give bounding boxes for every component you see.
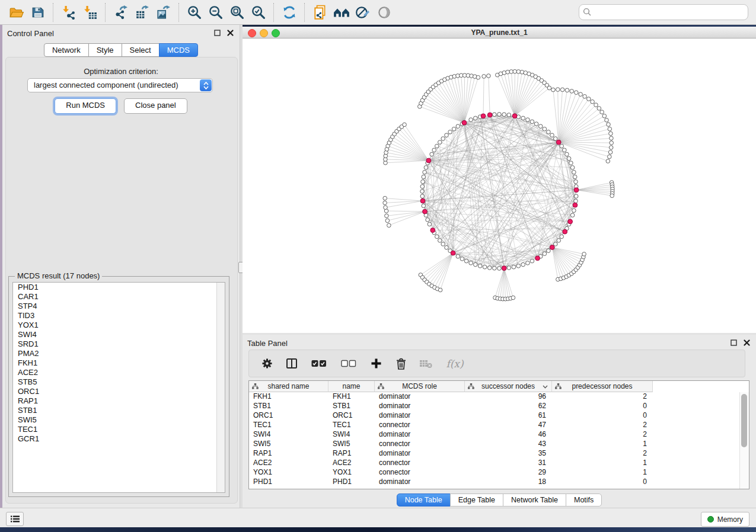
network-node[interactable] — [422, 175, 426, 179]
network-node[interactable] — [445, 133, 449, 137]
close-panel-button[interactable]: Close panel — [124, 98, 187, 114]
table-cell[interactable]: dominator — [375, 411, 465, 421]
network-node[interactable] — [422, 204, 426, 208]
control-tab-select[interactable]: Select — [122, 43, 160, 57]
table-row[interactable]: YOX1YOX1connector291 — [249, 468, 740, 477]
network-node[interactable] — [569, 161, 573, 165]
mcds-hub-node[interactable] — [573, 203, 578, 207]
network-node[interactable] — [483, 265, 487, 269]
mcds-hub-node[interactable] — [535, 256, 540, 261]
mcds-result-item[interactable]: ORC1 — [13, 387, 225, 396]
network-leaf-node[interactable] — [583, 95, 587, 99]
network-node[interactable] — [574, 199, 578, 203]
mcds-result-item[interactable]: PHD1 — [13, 283, 225, 292]
network-node[interactable] — [445, 246, 449, 250]
network-node[interactable] — [424, 166, 428, 170]
network-node[interactable] — [441, 137, 445, 141]
table-cell[interactable]: RAP1 — [328, 449, 375, 459]
mcds-result-item[interactable]: CAR1 — [13, 292, 225, 302]
column-header-MCDS-role[interactable]: MCDS role — [375, 381, 465, 392]
network-leaf-node[interactable] — [587, 97, 591, 101]
network-node[interactable] — [474, 262, 478, 267]
table-scrollbar-thumb[interactable] — [741, 394, 747, 447]
network-leaf-node[interactable] — [570, 89, 574, 94]
control-tab-mcds[interactable]: MCDS — [159, 43, 198, 57]
network-leaf-node[interactable] — [609, 132, 613, 136]
table-cell[interactable]: RAP1 — [249, 449, 328, 459]
table-row[interactable]: SWI5SWI5connector431 — [249, 440, 740, 449]
network-node[interactable] — [435, 144, 439, 148]
table-cell[interactable]: 1 — [552, 468, 653, 477]
mcds-hub-node[interactable] — [550, 245, 554, 250]
control-tab-style[interactable]: Style — [88, 43, 122, 57]
memory-button[interactable]: Memory — [701, 512, 749, 527]
mcds-hub-node[interactable] — [574, 188, 579, 193]
network-node[interactable] — [554, 137, 558, 141]
network-node[interactable] — [530, 259, 534, 263]
delete-table-button[interactable] — [418, 355, 433, 373]
network-node[interactable] — [435, 235, 439, 239]
network-node[interactable] — [560, 144, 564, 148]
network-node[interactable] — [420, 194, 425, 198]
table-cell[interactable]: STB1 — [249, 402, 328, 411]
show-column-panel-button[interactable] — [284, 355, 299, 373]
network-leaf-node[interactable] — [506, 70, 510, 74]
mcds-result-item[interactable]: SRD1 — [13, 339, 225, 349]
mcds-result-item[interactable]: PMA2 — [13, 349, 225, 358]
table-cell[interactable]: 2 — [552, 449, 653, 459]
mcds-hub-node[interactable] — [481, 114, 486, 118]
network-node[interactable] — [438, 239, 442, 243]
fit-content-button[interactable] — [227, 2, 248, 23]
network-node[interactable] — [469, 261, 473, 265]
network-node[interactable] — [493, 266, 497, 270]
table-row[interactable]: FKH1FKH1dominator962 — [249, 392, 740, 402]
network-node[interactable] — [554, 242, 558, 246]
network-leaf-node[interactable] — [606, 159, 610, 164]
network-leaf-node[interactable] — [597, 107, 601, 111]
table-cell[interactable]: SWI4 — [328, 430, 375, 440]
table-cell[interactable]: 1 — [552, 459, 653, 468]
table-cell[interactable]: ACE2 — [249, 459, 328, 468]
network-leaf-node[interactable] — [608, 150, 613, 155]
criterion-select[interactable]: largest connected component (undirected) — [27, 78, 213, 92]
network-node[interactable] — [456, 255, 460, 259]
network-leaf-node[interactable] — [594, 103, 598, 107]
table-cell[interactable]: FKH1 — [249, 392, 328, 402]
table-cell[interactable]: connector — [375, 421, 465, 430]
table-cell[interactable]: 43 — [465, 440, 552, 449]
control-tab-network[interactable]: Network — [44, 43, 89, 57]
column-header-predecessor-nodes[interactable]: predecessor nodes — [552, 381, 653, 392]
zoom-selected-button[interactable] — [248, 2, 269, 23]
table-cell[interactable]: connector — [375, 468, 465, 477]
network-node[interactable] — [572, 209, 576, 213]
table-cell[interactable]: 0 — [552, 411, 653, 421]
unselect-all-button[interactable] — [339, 355, 359, 373]
table-row[interactable]: TEC1TEC1connector472 — [249, 421, 740, 430]
delete-column-button[interactable] — [393, 355, 409, 373]
network-leaf-node[interactable] — [511, 296, 515, 300]
function-builder-button[interactable]: f(x) — [443, 355, 467, 373]
network-leaf-node[interactable] — [513, 69, 517, 73]
network-node[interactable] — [570, 213, 575, 217]
add-column-button[interactable] — [368, 355, 384, 373]
table-tab-edge-table[interactable]: Edge Table — [450, 493, 503, 507]
network-node[interactable] — [487, 266, 492, 270]
network-node[interactable] — [547, 130, 551, 134]
hide-selected-button[interactable] — [352, 2, 374, 23]
import-table-button[interactable] — [79, 2, 101, 23]
network-leaf-node[interactable] — [385, 214, 389, 218]
network-leaf-node[interactable] — [608, 155, 612, 159]
network-leaf-node[interactable] — [602, 114, 607, 118]
table-cell[interactable]: 0 — [552, 477, 653, 487]
network-node[interactable] — [550, 133, 554, 137]
table-cell[interactable]: 61 — [465, 411, 552, 421]
table-row[interactable]: RAP1RAP1dominator352 — [249, 449, 740, 459]
mcds-hub-node[interactable] — [426, 158, 431, 163]
table-cell[interactable]: 35 — [465, 449, 552, 459]
network-node[interactable] — [493, 113, 497, 117]
table-cell[interactable]: ACE2 — [328, 459, 375, 468]
column-header-shared-name[interactable]: shared name — [249, 381, 328, 392]
mcds-hub-node[interactable] — [423, 209, 428, 214]
table-tab-node-table[interactable]: Node Table — [397, 493, 451, 507]
network-node[interactable] — [557, 239, 561, 243]
